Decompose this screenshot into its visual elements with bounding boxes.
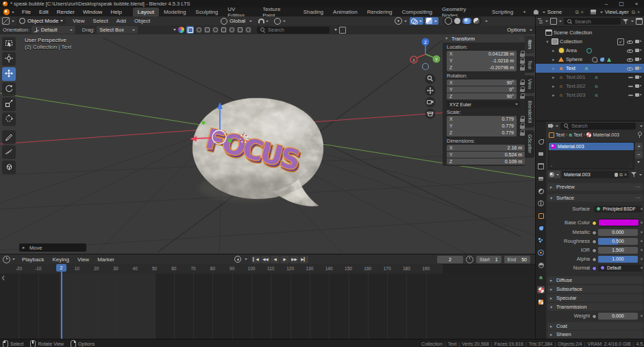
preview-panel-header[interactable]: ▸ Preview ⋯ <box>547 183 643 191</box>
search-options-dropdown[interactable] <box>334 29 337 31</box>
snapping-dropdown[interactable] <box>255 18 271 24</box>
surface-roughness-slider[interactable]: 0.500 <box>598 238 638 245</box>
menu-edit[interactable]: Edit <box>35 8 53 16</box>
tool-options-dropdown[interactable] <box>173 29 176 31</box>
tool-header-icon-7[interactable] <box>245 27 251 33</box>
navigation-gizmo[interactable]: Z X Y <box>410 38 441 70</box>
slot-list-grip-icon[interactable]: ∷ <box>629 163 632 168</box>
lock-icon[interactable] <box>519 51 525 57</box>
workspace-tab-uv-editing[interactable]: UV Editing <box>223 8 258 16</box>
sidebar-tab-blenderkit[interactable]: BlenderKit <box>525 96 534 128</box>
outliner-item-scene-collection[interactable]: Scene Collection <box>536 28 644 37</box>
expander-icon[interactable]: ▸ <box>551 48 556 53</box>
decorator-icon[interactable] <box>641 267 643 269</box>
material-slot-list[interactable]: Material.003 • ∷ <box>548 142 634 169</box>
tool-transform-button[interactable] <box>2 112 16 126</box>
properties-tab-output[interactable] <box>537 163 545 170</box>
lock-icon[interactable] <box>519 86 525 93</box>
shading-wireframe-button[interactable] <box>445 17 452 25</box>
orientation-setting-dropdown[interactable]: Default <box>32 26 75 34</box>
tool-header-icon-3[interactable] <box>212 27 219 33</box>
workspace-tab-scripting[interactable]: Scripting <box>487 8 518 16</box>
breadcrumb-item[interactable]: Material.003 <box>586 132 619 137</box>
tool-select-box-button[interactable] <box>2 37 16 51</box>
timeline-editor-type-button[interactable] <box>0 256 18 263</box>
transform-orientation-dropdown[interactable]: Global <box>218 18 255 25</box>
dimensions-z-field[interactable]: Z0.109 m <box>447 158 525 165</box>
transform-panel-header[interactable]: ▾ Transform ∷ <box>443 34 525 43</box>
active-snap-toggle[interactable] <box>186 26 194 34</box>
decorator-icon[interactable] <box>641 231 643 233</box>
unlink-material-icon[interactable]: × <box>624 172 627 177</box>
sidebar-tab-view[interactable]: View <box>525 75 534 93</box>
location-z-field[interactable]: Z-0.20796 m <box>447 64 517 71</box>
workspace-tab-geometry-nodes[interactable]: Geometry Nodes <box>437 8 487 16</box>
viewport-nav-buttons[interactable] <box>425 74 436 119</box>
browse-material-button[interactable] <box>548 171 560 178</box>
tool-scale-button[interactable] <box>2 97 16 111</box>
blender-menu-icon[interactable] <box>0 9 18 15</box>
show-overlays-toggle[interactable] <box>410 17 423 25</box>
next-keyframe-button[interactable]: ▶▶ <box>290 256 299 263</box>
viewport-menu-object[interactable]: Object <box>130 16 154 25</box>
location-y-field[interactable]: Y-1.0216 m <box>447 58 517 64</box>
xray-toggle[interactable] <box>425 17 438 25</box>
tool-header-icon-4[interactable] <box>221 27 227 33</box>
add-slot-button[interactable]: + <box>635 143 643 150</box>
surface-alpha-slider[interactable]: 1.000 <box>598 256 638 263</box>
show-gizmos-toggle[interactable] <box>393 17 408 25</box>
location-x-field[interactable]: X0.041238 m <box>447 51 517 58</box>
outliner-item-collection[interactable]: ▾Collection✓ <box>536 37 644 46</box>
material-slot-selected[interactable]: Material.003 <box>549 143 634 150</box>
proportional-editing-dropdown[interactable] <box>271 18 288 25</box>
new-view-layer-icon[interactable]: ⧉ <box>632 10 635 15</box>
pin-icon[interactable] <box>638 132 642 139</box>
playhead[interactable]: 2 <box>61 264 62 339</box>
tool-move-button[interactable] <box>2 67 16 81</box>
tool-rotate-button[interactable] <box>2 82 16 96</box>
visibility-hidden-icon[interactable] <box>628 86 633 87</box>
timeline-track-area[interactable]: ❮ <box>0 274 535 339</box>
panel-menu-icon[interactable]: ⋯ <box>636 195 641 201</box>
new-scene-icon[interactable]: ⧉ <box>575 10 579 15</box>
menu-render[interactable]: Render <box>53 8 79 16</box>
outliner-editor-type-button[interactable] <box>538 19 548 24</box>
render-visibility-icon[interactable] <box>635 56 642 62</box>
tool-measure-button[interactable] <box>2 145 16 159</box>
workspace-tab-shading[interactable]: Shading <box>299 8 328 16</box>
properties-tab-object[interactable] <box>537 212 545 219</box>
surface-shader-selector[interactable]: Principled BSDF <box>594 206 642 213</box>
visibility-eye-icon[interactable] <box>626 47 633 53</box>
jump-end-button[interactable]: ▶▎ <box>299 256 308 263</box>
timeline-menu-keying[interactable]: Keying <box>48 255 73 264</box>
panel-menu-icon[interactable]: ⋯ <box>636 184 641 190</box>
color-wheel-icon[interactable] <box>178 27 184 33</box>
outliner-filter-button[interactable] <box>623 19 634 25</box>
expander-icon[interactable]: ▸ <box>551 93 556 98</box>
shading-material-preview-button[interactable] <box>462 18 471 24</box>
visibility-eye-icon[interactable] <box>626 65 633 71</box>
outliner-item-area[interactable]: ▸Area <box>536 46 644 55</box>
shading-rendered-button[interactable] <box>473 18 480 24</box>
decorator-icon[interactable] <box>641 315 643 317</box>
decorator-icon[interactable] <box>641 240 643 242</box>
menu-file[interactable]: File <box>18 8 35 16</box>
viewport-menu-view[interactable]: View <box>69 16 88 25</box>
properties-search-input[interactable]: Search <box>560 123 636 130</box>
tool-cursor-button[interactable] <box>2 52 16 66</box>
frame-start-field[interactable]: Start 1 <box>476 256 501 263</box>
timeline-menu-view[interactable]: View <box>73 255 93 264</box>
sidebar-tab-item[interactable]: Item <box>525 36 534 53</box>
properties-editor-type-button[interactable] <box>548 123 558 129</box>
menu-window[interactable]: Window <box>79 8 106 16</box>
expander-icon[interactable]: ▸ <box>551 84 556 89</box>
copy-material-icon[interactable]: ⧉ <box>619 172 623 178</box>
visibility-eye-icon[interactable] <box>626 38 633 45</box>
tool-annotate-button[interactable] <box>2 130 16 144</box>
dimensions-y-field[interactable]: Y0.524 m <box>447 152 525 158</box>
sheen-panel-header[interactable]: ▸Sheen <box>547 331 643 338</box>
expander-icon[interactable]: ▸ <box>551 66 556 71</box>
properties-tab-world[interactable] <box>537 200 545 207</box>
decorator-icon[interactable] <box>641 258 643 260</box>
editor-type-button[interactable] <box>0 17 16 25</box>
